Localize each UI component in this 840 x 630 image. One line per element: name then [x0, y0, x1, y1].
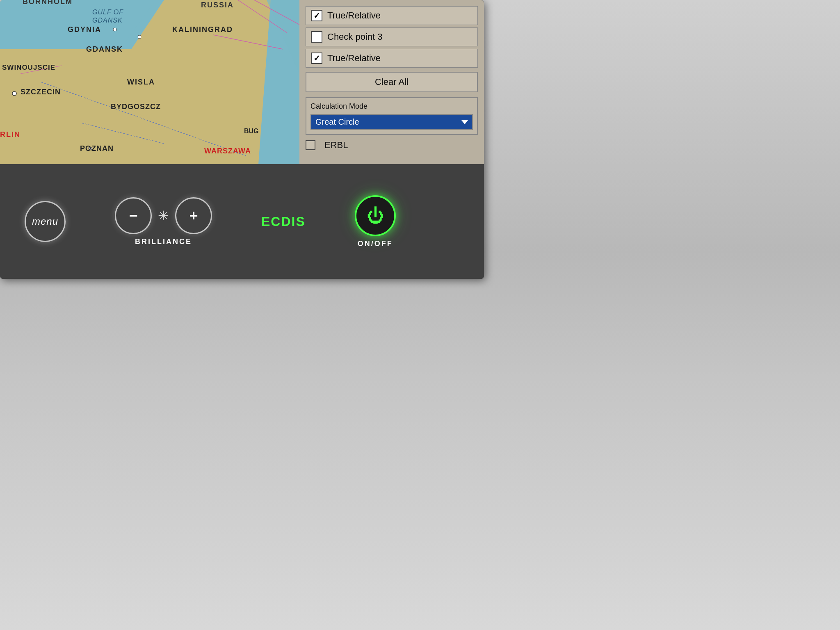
- erbl-row[interactable]: ERBL: [306, 140, 478, 151]
- checkpoint-3-label: Check point 3: [327, 32, 383, 42]
- svg-text:BUG: BUG: [244, 128, 259, 135]
- svg-text:SWINOUJSCIE: SWINOUJSCIE: [2, 64, 55, 71]
- dropdown-arrow-icon: [461, 120, 468, 124]
- svg-text:GDANSK: GDANSK: [86, 45, 123, 53]
- power-label: ON/OFF: [358, 240, 393, 248]
- svg-marker-0: [0, 0, 156, 45]
- dropdown-selected-value: Great Circle: [315, 117, 359, 127]
- power-button[interactable]: ⏻: [355, 195, 396, 236]
- calculation-mode-dropdown[interactable]: Great Circle: [310, 114, 473, 130]
- monitor-device: BORNHOLM GULF OF GDANSK RUSSIA GDYNIA KA…: [0, 0, 484, 279]
- svg-text:GDANSK: GDANSK: [92, 17, 123, 24]
- brilliance-label: BRILLIANCE: [135, 237, 192, 246]
- brilliance-increase-button[interactable]: +: [175, 197, 212, 234]
- power-icon: ⏻: [367, 207, 384, 224]
- calculation-mode-group: Calculation Mode Great Circle: [306, 97, 478, 135]
- svg-text:WISLA: WISLA: [127, 78, 155, 86]
- svg-text:RLIN: RLIN: [0, 130, 21, 139]
- svg-line-6: [82, 123, 164, 144]
- checkpoint-3-row[interactable]: Check point 3: [306, 27, 478, 46]
- svg-text:BORNHOLM: BORNHOLM: [23, 0, 73, 6]
- ecdis-label: ECDIS: [261, 214, 306, 229]
- menu-circle: menu: [25, 201, 66, 242]
- svg-point-8: [113, 28, 116, 31]
- erbl-checkbox[interactable]: [306, 140, 315, 150]
- true-relative-label-2: True/Relative: [327, 53, 381, 64]
- true-relative-row-2[interactable]: True/Relative: [306, 49, 478, 68]
- checkpoint-3-checkbox[interactable]: [311, 31, 322, 43]
- true-relative-row-1[interactable]: True/Relative: [306, 6, 478, 25]
- menu-label: menu: [32, 216, 58, 227]
- true-relative-checkbox-2[interactable]: [311, 52, 322, 64]
- erbl-label: ERBL: [324, 140, 348, 151]
- right-panel: True/Relative Check point 3 True/Relativ…: [299, 0, 484, 164]
- power-group: ⏻ ON/OFF: [355, 195, 396, 248]
- true-relative-checkbox-1[interactable]: [311, 10, 322, 21]
- svg-marker-1: [267, 0, 299, 74]
- brilliance-group: − ✳ + BRILLIANCE: [115, 197, 212, 246]
- svg-text:KALININGRAD: KALININGRAD: [172, 25, 233, 34]
- svg-text:RUSSIA: RUSSIA: [201, 1, 234, 9]
- true-relative-label-1: True/Relative: [327, 10, 381, 21]
- brilliance-decrease-button[interactable]: −: [115, 197, 152, 234]
- svg-text:GULF OF: GULF OF: [92, 9, 123, 16]
- bottom-toolbar: menu − ✳ + BRILLIANCE ECDIS ⏻ ON/OFF: [0, 164, 484, 279]
- menu-button[interactable]: menu: [25, 201, 66, 242]
- svg-text:BYDGOSZCZ: BYDGOSZCZ: [111, 103, 161, 111]
- map-area: BORNHOLM GULF OF GDANSK RUSSIA GDYNIA KA…: [0, 0, 299, 164]
- svg-line-4: [213, 35, 283, 49]
- calculation-mode-legend: Calculation Mode: [310, 102, 473, 111]
- brilliance-controls: − ✳ +: [115, 197, 212, 234]
- svg-text:SZCZECIN: SZCZECIN: [21, 88, 61, 96]
- map-svg-overlay: BORNHOLM GULF OF GDANSK RUSSIA GDYNIA KA…: [0, 0, 299, 164]
- svg-line-7: [41, 82, 246, 156]
- svg-point-9: [138, 35, 141, 39]
- svg-text:WARSZAWA: WARSZAWA: [204, 147, 251, 155]
- svg-point-10: [12, 91, 16, 96]
- sun-icon: ✳: [158, 208, 169, 224]
- svg-text:GDYNIA: GDYNIA: [68, 25, 101, 34]
- clear-all-button[interactable]: Clear All: [306, 72, 478, 92]
- svg-text:POZNAN: POZNAN: [80, 144, 114, 153]
